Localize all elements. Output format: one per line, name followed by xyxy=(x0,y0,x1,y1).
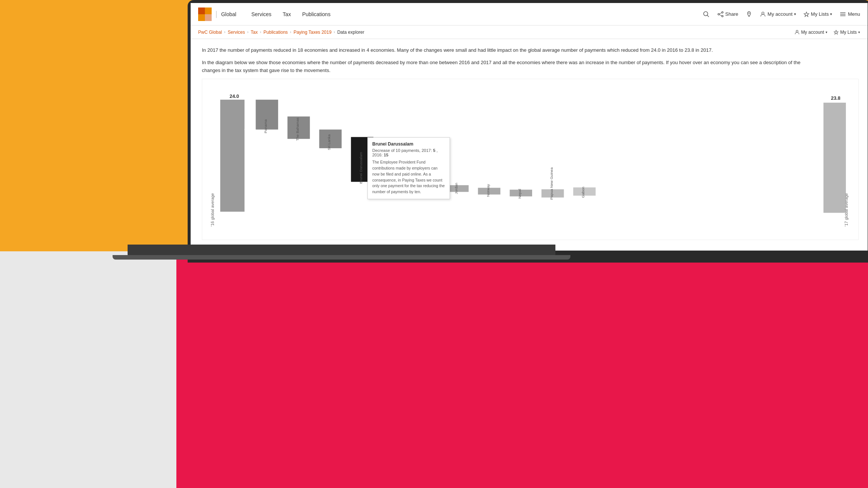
pwc-logo-icon xyxy=(198,8,212,21)
breadcrumb-tax[interactable]: Tax xyxy=(251,30,258,35)
breadcrumb-sep-5: › xyxy=(334,30,335,34)
my-lists-button[interactable]: My Lists ▾ xyxy=(803,11,832,17)
breadcrumb-lists-icon xyxy=(833,30,839,35)
laptop-base xyxy=(128,245,555,256)
svg-point-6 xyxy=(722,12,723,13)
svg-rect-23 xyxy=(220,100,245,212)
svg-point-8 xyxy=(722,15,723,17)
svg-text:Norway: Norway xyxy=(486,184,490,197)
svg-point-17 xyxy=(796,30,798,32)
logo-divider: | xyxy=(215,10,217,18)
logo-text: Global xyxy=(221,11,236,17)
search-button[interactable] xyxy=(703,11,710,18)
chart-container: '16 global average '17 global average 24… xyxy=(202,79,859,240)
breadcrumb-paying-taxes[interactable]: Paying Taxes 2019 xyxy=(293,30,331,35)
breadcrumb-pwcglobal[interactable]: PwC Global xyxy=(198,30,222,35)
bg-gray-left xyxy=(0,251,176,488)
svg-line-5 xyxy=(707,15,709,17)
breadcrumb-lists[interactable]: My Lists ▾ xyxy=(833,30,860,35)
nav-logo: | Global xyxy=(198,8,236,21)
share-icon xyxy=(717,11,724,18)
svg-rect-0 xyxy=(198,8,205,14)
nav-publications[interactable]: Publications xyxy=(302,11,331,17)
main-content: In 2017 the number of payments reduced i… xyxy=(191,39,868,248)
menu-button[interactable]: Menu xyxy=(839,11,860,18)
location-button[interactable] xyxy=(746,11,752,18)
svg-text:Panama: Panama xyxy=(263,119,268,133)
menu-icon xyxy=(839,11,846,18)
star-icon xyxy=(803,11,809,17)
tooltip-2017: 5 xyxy=(433,148,435,153)
tooltip-brunei: Brunei Darussalam Decrease of 10 payment… xyxy=(367,137,450,199)
breadcrumb-current: Data explorer xyxy=(337,30,364,35)
account-label: My account xyxy=(767,11,792,17)
svg-point-4 xyxy=(704,12,708,16)
breadcrumb-account-label: My account xyxy=(801,30,824,35)
breadcrumb-account[interactable]: My account ▾ xyxy=(794,30,827,35)
location-icon xyxy=(746,11,752,18)
share-label: Share xyxy=(725,11,739,17)
svg-rect-1 xyxy=(205,8,212,14)
breadcrumb-account-icon xyxy=(794,30,800,35)
account-icon xyxy=(760,11,766,17)
tooltip-body: The Employee Provident Fund contribution… xyxy=(372,159,445,195)
svg-text:24.0: 24.0 xyxy=(230,93,239,99)
svg-text:Gabon: Gabon xyxy=(581,187,585,198)
my-account-button[interactable]: My account ▾ xyxy=(760,11,796,17)
nav-bar: | Global Services Tax Publications xyxy=(191,3,868,26)
intro-para2: In the diagram below we show those econo… xyxy=(202,59,802,75)
account-chevron: ▾ xyxy=(794,12,796,16)
menu-label: Menu xyxy=(848,11,860,17)
tooltip-subtitle: Decrease of 10 payments, 2017: 5 , 2016:… xyxy=(372,148,445,157)
breadcrumb-sep-2: › xyxy=(247,30,248,34)
bg-pink xyxy=(176,251,868,488)
svg-marker-18 xyxy=(834,30,838,34)
breadcrumb-sep-3: › xyxy=(260,30,261,34)
nav-links: Services Tax Publications xyxy=(251,11,703,17)
svg-rect-3 xyxy=(205,14,212,21)
nav-right: Share My account ▾ xyxy=(703,11,860,18)
svg-rect-2 xyxy=(198,14,205,21)
svg-text:The Bahamas: The Bahamas xyxy=(295,118,299,141)
svg-text:Papua New Guinea: Papua New Guinea xyxy=(549,167,554,200)
svg-point-7 xyxy=(718,14,719,15)
search-icon xyxy=(703,11,710,18)
svg-text:'16 global average: '16 global average xyxy=(210,193,215,227)
breadcrumb-sep-1: › xyxy=(224,30,225,34)
svg-text:Brunei Darussalam: Brunei Darussalam xyxy=(359,152,363,184)
laptop-screen: | Global Services Tax Publications xyxy=(191,3,868,251)
svg-line-9 xyxy=(719,13,722,14)
lists-label: My Lists xyxy=(811,11,829,17)
breadcrumb-sep-4: › xyxy=(290,30,291,34)
breadcrumb: PwC Global › Services › Tax › Publicatio… xyxy=(191,26,868,39)
share-button[interactable]: Share xyxy=(717,11,739,18)
breadcrumb-services[interactable]: Services xyxy=(228,30,245,35)
svg-marker-13 xyxy=(804,12,809,17)
laptop-frame: | Global Services Tax Publications xyxy=(188,0,868,263)
svg-text:Sri Lanka: Sri Lanka xyxy=(327,134,331,150)
tooltip-2016: 15 xyxy=(384,153,388,157)
laptop-foot xyxy=(113,255,570,260)
svg-line-10 xyxy=(719,15,722,16)
nav-tax[interactable]: Tax xyxy=(283,11,291,17)
svg-text:Nepal: Nepal xyxy=(517,189,522,199)
svg-rect-46 xyxy=(823,103,846,213)
waterfall-chart: '16 global average '17 global average 24… xyxy=(202,79,858,240)
intro-para1: In 2017 the number of payments reduced i… xyxy=(202,47,802,54)
breadcrumb-publications[interactable]: Publications xyxy=(263,30,288,35)
svg-text:Jordan: Jordan xyxy=(454,183,458,194)
nav-services[interactable]: Services xyxy=(251,11,272,17)
lists-chevron: ▾ xyxy=(830,12,832,16)
svg-point-12 xyxy=(762,12,764,14)
breadcrumb-lists-label: My Lists xyxy=(840,30,857,35)
svg-text:23.8: 23.8 xyxy=(831,95,840,101)
svg-point-11 xyxy=(749,12,750,14)
tooltip-title: Brunei Darussalam xyxy=(372,141,445,147)
